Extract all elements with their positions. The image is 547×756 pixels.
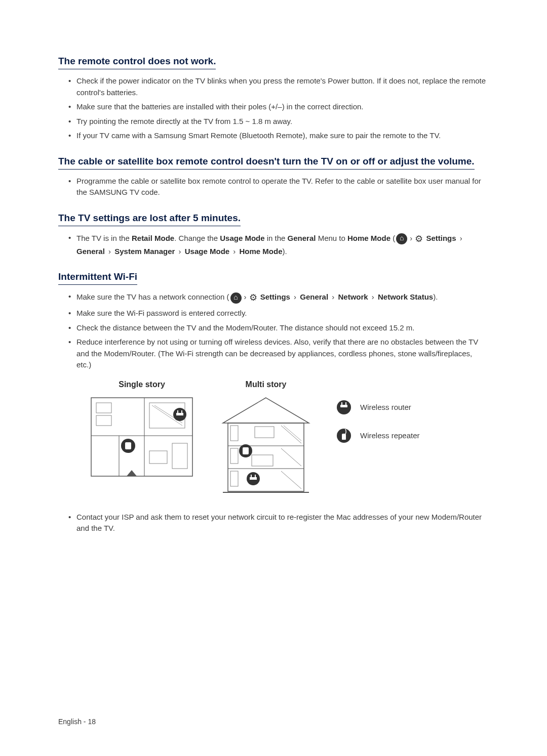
text: ( xyxy=(390,234,395,242)
separator: › xyxy=(370,292,376,301)
text: in the xyxy=(265,234,288,242)
footer-language: English xyxy=(58,718,82,726)
home-icon xyxy=(396,233,407,244)
separator: › xyxy=(458,234,462,242)
svg-marker-18 xyxy=(223,398,309,423)
legend-label: Wireless router xyxy=(360,403,411,411)
diagram-title-multi: Multi story xyxy=(215,380,317,389)
bullet-item: The TV is in the Retail Mode. Change the… xyxy=(68,232,489,258)
legend-label: Wireless repeater xyxy=(360,431,420,440)
path-item: Home Mode xyxy=(239,247,282,256)
bullets-cable: Programme the cable or satellite box rem… xyxy=(58,176,489,198)
settings-label: Settings xyxy=(426,234,456,242)
bullet-item: Programme the cable or satellite box rem… xyxy=(68,176,489,198)
section-cable: The cable or satellite box remote contro… xyxy=(58,156,489,198)
path-item: General xyxy=(300,292,328,301)
home-mode-label: Home Mode xyxy=(347,234,390,242)
bullet-item: Make sure the TV has a network connectio… xyxy=(68,291,489,305)
separator: › xyxy=(292,292,298,301)
path-item: Usage Mode xyxy=(185,247,229,256)
svg-rect-27 xyxy=(252,455,273,466)
home-icon xyxy=(230,292,242,304)
gear-icon: ⚙ xyxy=(249,291,257,305)
footer-page: 18 xyxy=(88,718,96,726)
gear-icon: ⚙ xyxy=(415,232,423,246)
svg-rect-14 xyxy=(176,413,183,415)
section-wifi: Intermittent Wi-Fi Make sure the TV has … xyxy=(58,271,489,534)
bullet-item: Check the distance between the TV and th… xyxy=(68,322,489,334)
bullets-remote: Check if the power indicator on the TV b… xyxy=(58,75,489,142)
svg-rect-36 xyxy=(255,475,256,477)
bullet-item: Make sure that the batteries are install… xyxy=(68,101,489,113)
bullet-item: Check if the power indicator on the TV b… xyxy=(68,75,489,98)
page-footer: English - 18 xyxy=(58,718,96,726)
router-icon xyxy=(337,400,351,414)
usage-mode-label: Usage Mode xyxy=(220,234,264,242)
bullet-item: If your TV came with a Samsung Smart Rem… xyxy=(68,130,489,142)
svg-rect-32 xyxy=(243,447,249,454)
text: ). xyxy=(283,247,287,256)
house-multi-story-image xyxy=(215,395,317,496)
svg-line-24 xyxy=(281,448,301,466)
path-item: General xyxy=(76,247,105,256)
path-item: System Manager xyxy=(114,247,175,256)
legend-item-router: Wireless router xyxy=(337,400,420,414)
bullet-item: Make sure the Wi-Fi password is entered … xyxy=(68,308,489,319)
legend-item-repeater: Wireless repeater xyxy=(337,429,420,443)
retail-mode-label: Retail Mode xyxy=(132,234,174,242)
text: The TV is in the xyxy=(76,234,132,242)
svg-rect-12 xyxy=(125,442,131,449)
svg-rect-29 xyxy=(230,448,238,464)
separator: › xyxy=(330,292,336,301)
svg-rect-16 xyxy=(181,410,182,413)
svg-rect-6 xyxy=(149,451,167,464)
diagram-single-story: Single story xyxy=(89,380,195,481)
bullet-item: Try pointing the remote directly at the … xyxy=(68,116,489,128)
svg-rect-4 xyxy=(96,403,111,413)
diagram-multi-story: Multi story xyxy=(215,380,317,496)
diagram-legend: Wireless router Wireless repeater xyxy=(337,400,420,443)
svg-rect-15 xyxy=(177,410,178,413)
section-remote: The remote control does not work. Check … xyxy=(58,56,489,142)
bullets-wifi: Make sure the TV has a network connectio… xyxy=(58,291,489,371)
path-item: Network xyxy=(338,292,368,301)
separator: › xyxy=(410,234,412,242)
general-label: General xyxy=(288,234,316,242)
separator: › xyxy=(244,292,247,301)
repeater-icon xyxy=(337,429,351,443)
svg-rect-26 xyxy=(255,427,274,438)
bullet-item: Reduce interference by not using or turn… xyxy=(68,337,489,371)
svg-rect-7 xyxy=(172,443,187,469)
text: . Change the xyxy=(174,234,220,242)
text: ). xyxy=(433,292,438,301)
separator: › xyxy=(106,247,113,256)
separator: › xyxy=(176,247,183,256)
svg-rect-34 xyxy=(250,477,257,480)
path-item: Network Status xyxy=(378,292,433,301)
separator: › xyxy=(231,247,238,256)
bullet-item: Contact your ISP and ask them to reset y… xyxy=(68,512,489,534)
heading-cable: The cable or satellite box remote contro… xyxy=(58,156,475,170)
diagram-row: Single story xyxy=(58,380,489,496)
settings-label: Settings xyxy=(260,292,290,301)
svg-rect-30 xyxy=(230,471,238,486)
bullets-wifi-last: Contact your ISP and ask them to reset y… xyxy=(58,512,489,534)
svg-line-23 xyxy=(284,426,301,441)
svg-rect-28 xyxy=(230,426,238,441)
text: Menu to xyxy=(316,234,347,242)
bullets-settings: The TV is in the Retail Mode. Change the… xyxy=(58,232,489,258)
text: Make sure the TV has a network connectio… xyxy=(76,292,229,301)
svg-line-22 xyxy=(281,426,301,443)
heading-settings: The TV settings are lost after 5 minutes… xyxy=(58,213,241,226)
floorplan-single-story-image xyxy=(89,395,195,481)
section-settings: The TV settings are lost after 5 minutes… xyxy=(58,213,489,258)
svg-rect-35 xyxy=(251,475,252,477)
heading-remote: The remote control does not work. xyxy=(58,56,216,69)
svg-line-25 xyxy=(281,471,301,489)
heading-wifi: Intermittent Wi-Fi xyxy=(58,271,137,285)
svg-marker-17 xyxy=(127,470,137,476)
diagram-title-single: Single story xyxy=(89,380,195,389)
svg-rect-5 xyxy=(96,415,111,426)
